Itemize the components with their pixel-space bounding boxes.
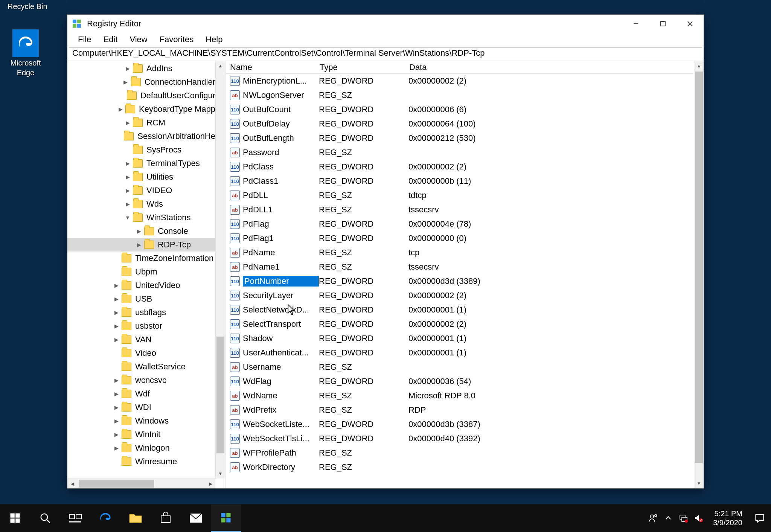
value-row[interactable]: 110UserAuthenticat...REG_DWORD0x00000001… — [226, 346, 694, 360]
value-row[interactable]: 110PdFlag1REG_DWORD0x00000000 (0) — [226, 231, 694, 245]
value-row[interactable]: 110WdFlagREG_DWORD0x00000036 (54) — [226, 374, 694, 389]
expand-icon[interactable]: ▶ — [113, 377, 120, 384]
value-row[interactable]: abPdDLL1REG_SZtssecsrv — [226, 203, 694, 217]
tree-item[interactable]: ▶AddIns — [67, 62, 215, 75]
expand-icon[interactable]: ▶ — [117, 105, 124, 113]
tree-item[interactable]: ▶VAN — [67, 333, 215, 346]
expand-icon[interactable]: ▶ — [113, 431, 120, 438]
expand-icon[interactable]: ▶ — [113, 336, 120, 343]
expand-icon[interactable]: ▶ — [124, 65, 131, 72]
value-row[interactable]: abUsernameREG_SZ — [226, 360, 694, 374]
expand-icon[interactable]: ▶ — [124, 187, 131, 194]
tree-item[interactable]: ▶RCM — [67, 116, 215, 130]
volume-icon[interactable] — [693, 513, 703, 523]
tree-item[interactable]: SysProcs — [67, 143, 215, 157]
expand-icon[interactable]: ▶ — [113, 322, 120, 330]
tree-item[interactable]: ▼WinStations — [67, 211, 215, 224]
menu-favorites[interactable]: Favorites — [154, 33, 200, 46]
value-row[interactable]: abPdName1REG_SZtssecsrv — [226, 260, 694, 274]
tree-item[interactable]: ▶UnitedVideo — [67, 279, 215, 292]
value-row[interactable]: 110SelectNetworkD...REG_DWORD0x00000001 … — [226, 303, 694, 317]
value-row[interactable]: abNWLogonServerREG_SZ — [226, 88, 694, 102]
tree-item[interactable]: Video — [67, 346, 215, 360]
value-row[interactable]: 110OutBufCountREG_DWORD0x00000006 (6) — [226, 102, 694, 117]
tree-item[interactable]: ▶TerminalTypes — [67, 157, 215, 170]
tree-item[interactable]: ▶Winlogon — [67, 441, 215, 455]
value-row[interactable]: abPdNameREG_SZtcp — [226, 245, 694, 260]
taskbar-edge[interactable] — [90, 504, 120, 532]
tree-item[interactable]: ▶RDP-Tcp — [67, 238, 215, 252]
scroll-up-icon[interactable]: ▲ — [216, 61, 225, 71]
expand-icon[interactable]: ▶ — [113, 309, 120, 316]
value-row[interactable]: 110OutBufDelayREG_DWORD0x00000064 (100) — [226, 117, 694, 131]
scroll-down-icon[interactable]: ▼ — [216, 469, 225, 479]
expand-icon[interactable]: ▼ — [124, 214, 131, 221]
expand-icon[interactable]: ▶ — [124, 173, 131, 181]
scroll-thumb[interactable] — [79, 480, 154, 488]
minimize-button[interactable] — [622, 15, 649, 33]
expand-icon[interactable]: ▶ — [113, 417, 120, 425]
expand-icon[interactable] — [113, 458, 120, 465]
values-vertical-scrollbar[interactable]: ▲ ▼ — [694, 61, 704, 488]
menu-file[interactable]: File — [72, 33, 97, 46]
expand-icon[interactable]: ▶ — [124, 119, 131, 127]
taskbar-explorer[interactable] — [120, 504, 151, 532]
tree-vertical-scrollbar[interactable]: ▲ ▼ — [215, 61, 225, 479]
tree-item[interactable]: ▶usbstor — [67, 319, 215, 333]
tree-item[interactable]: ▶usbflags — [67, 306, 215, 319]
menu-help[interactable]: Help — [200, 33, 229, 46]
expand-icon[interactable]: ▶ — [135, 241, 143, 248]
value-row[interactable]: abPdDLLREG_SZtdtcp — [226, 188, 694, 203]
tree-item[interactable]: TimeZoneInformation — [67, 252, 215, 265]
value-row[interactable]: 110PdClassREG_DWORD0x00000002 (2) — [226, 160, 694, 174]
tree-item[interactable]: ▶WinInit — [67, 428, 215, 441]
menu-view[interactable]: View — [123, 33, 153, 46]
value-row[interactable]: abWorkDirectoryREG_SZ — [226, 460, 694, 474]
tree-item[interactable]: ▶Windows — [67, 414, 215, 428]
value-row[interactable]: 110WebSocketListe...REG_DWORD0x00000d3b … — [226, 417, 694, 431]
value-row[interactable]: abWdNameREG_SZMicrosoft RDP 8.0 — [226, 389, 694, 403]
registry-tree[interactable]: ▶AddIns▶ConnectionHandlerDefaultUserConf… — [67, 61, 215, 468]
system-tray[interactable] — [648, 513, 707, 523]
tree-item[interactable]: ▶Console — [67, 224, 215, 238]
taskbar-clock[interactable]: 5:21 PM 3/9/2020 — [707, 509, 748, 527]
expand-icon[interactable]: ▶ — [113, 282, 120, 289]
tree-item[interactable]: ▶ConnectionHandler — [67, 75, 215, 89]
value-row[interactable]: 110PortNumberREG_DWORD0x00000d3d (3389) — [226, 274, 694, 288]
people-icon[interactable] — [648, 513, 658, 523]
expand-icon[interactable]: ▶ — [124, 200, 131, 208]
expand-icon[interactable] — [119, 92, 125, 99]
expand-icon[interactable] — [113, 268, 120, 276]
col-type[interactable]: Type — [320, 62, 409, 72]
value-row[interactable]: 110PdClass1REG_DWORD0x0000000b (11) — [226, 174, 694, 188]
action-center-button[interactable] — [748, 504, 771, 532]
expand-icon[interactable]: ▶ — [113, 404, 120, 411]
task-view-button[interactable] — [60, 504, 90, 532]
tree-item[interactable]: ▶KeyboardType Mapp — [67, 102, 215, 116]
tree-item[interactable]: Ubpm — [67, 265, 215, 279]
tree-item[interactable]: ▶wcncsvc — [67, 373, 215, 387]
address-bar[interactable]: Computer\HKEY_LOCAL_MACHINE\SYSTEM\Curre… — [69, 47, 702, 59]
tree-horizontal-scrollbar[interactable]: ◀ ▶ — [67, 479, 215, 488]
start-button[interactable] — [0, 504, 30, 532]
expand-icon[interactable]: ▶ — [113, 444, 120, 452]
close-button[interactable] — [677, 15, 704, 33]
expand-icon[interactable]: ▶ — [135, 227, 143, 235]
expand-icon[interactable] — [124, 146, 131, 154]
value-row[interactable]: 110PdFlagREG_DWORD0x0000004e (78) — [226, 217, 694, 231]
search-button[interactable] — [30, 504, 60, 532]
expand-icon[interactable]: ▶ — [113, 390, 120, 398]
value-row[interactable]: 110WebSocketTlsLi...REG_DWORD0x00000d40 … — [226, 431, 694, 446]
tree-item[interactable]: ▶WDI — [67, 401, 215, 414]
expand-icon[interactable] — [116, 133, 122, 140]
expand-icon[interactable] — [113, 349, 120, 357]
scroll-thumb[interactable] — [695, 72, 703, 463]
value-row[interactable]: 110SecurityLayerREG_DWORD0x00000002 (2) — [226, 288, 694, 303]
values-header[interactable]: Name Type Data — [226, 61, 704, 74]
value-row[interactable]: abWdPrefixREG_SZRDP — [226, 403, 694, 417]
tree-item[interactable]: SessionArbitrationHe — [67, 130, 215, 143]
scroll-down-icon[interactable]: ▼ — [694, 479, 704, 488]
taskbar-store[interactable] — [151, 504, 181, 532]
tree-item[interactable]: ▶Wds — [67, 197, 215, 211]
col-data[interactable]: Data — [409, 62, 704, 72]
